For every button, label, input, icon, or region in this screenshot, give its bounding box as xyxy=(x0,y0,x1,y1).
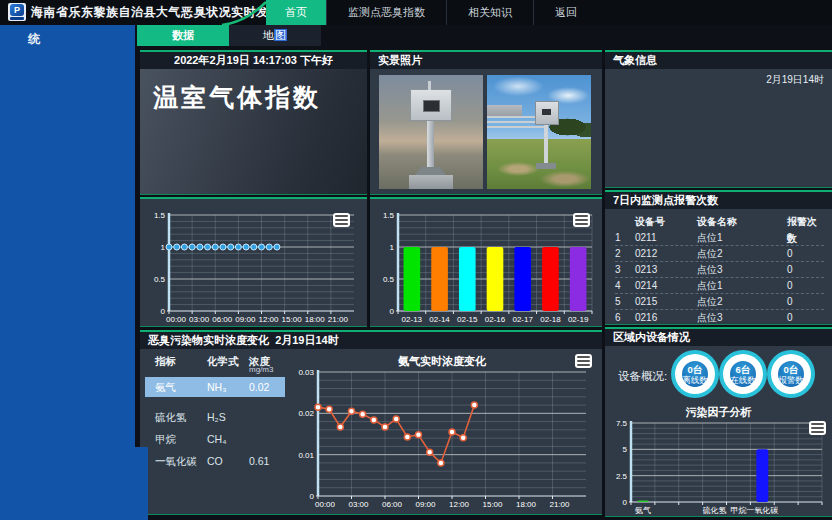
svg-text:12:00: 12:00 xyxy=(258,315,279,324)
panel-daily-index-chart: 00.511.502-1302-1402-1502-1602-1702-1802… xyxy=(370,197,602,327)
pollution-factor-bar-chart: 02.557.5氨气硫化氢甲烷一氧化碳 xyxy=(609,419,828,515)
swoosh-decoration xyxy=(220,0,268,29)
photo1-station-antenna xyxy=(428,81,431,90)
svg-text:硫化氢: 硫化氢 xyxy=(703,506,727,515)
svg-text:15:00: 15:00 xyxy=(482,500,503,509)
chart-menu-icon[interactable] xyxy=(333,213,350,227)
panel-device-trend-chart: 00.511.500:0003:0006:0009:0012:0015:0018… xyxy=(140,197,367,327)
photo2-station-screen xyxy=(542,109,551,115)
svg-text:12:00: 12:00 xyxy=(449,500,470,509)
alarm-table-row: 50215点位20 xyxy=(615,294,824,310)
svg-text:0.02: 0.02 xyxy=(298,409,314,418)
svg-text:甲烷: 甲烷 xyxy=(730,506,746,515)
svg-text:02-18: 02-18 xyxy=(540,315,561,324)
odor-row-0: 氨气NH₃0.02 xyxy=(145,377,285,397)
alarm-table-row: 60216点位30 xyxy=(615,310,824,325)
panel-region-devices: 区域内设备情况 设备概况: 污染因子分析 02.557.5氨气硫化氢甲烷一氧化碳… xyxy=(605,327,832,517)
greenhouse-body: 温室气体指数 xyxy=(140,69,367,194)
svg-text:03:00: 03:00 xyxy=(348,500,369,509)
logo-glyph: P xyxy=(10,4,24,16)
svg-text:0.5: 0.5 xyxy=(383,275,395,284)
svg-text:02-17: 02-17 xyxy=(512,315,533,324)
device-trend-chart: 00.511.500:0003:0006:0009:0012:0015:0018… xyxy=(143,209,364,326)
panel-alarm-counts: 7日内监测点报警次数 设备号设备名称报警次数10211点位1020212点位20… xyxy=(605,190,832,325)
left-blue-background: 统 xyxy=(0,25,135,520)
svg-text:一氧化碳: 一氧化碳 xyxy=(746,506,778,515)
app-logo: P xyxy=(8,3,26,21)
chart-menu-icon[interactable] xyxy=(809,421,826,435)
svg-text:1.5: 1.5 xyxy=(383,211,395,220)
svg-text:02-13: 02-13 xyxy=(402,315,423,324)
svg-text:0.01: 0.01 xyxy=(298,451,314,460)
svg-text:02-15: 02-15 xyxy=(457,315,478,324)
photo1-station-cabinet xyxy=(410,89,452,121)
site-photo-sunset xyxy=(379,75,483,189)
map-tab-selected-char: 图 xyxy=(274,29,287,41)
weather-panel-title: 气象信息 xyxy=(605,52,832,69)
svg-text:21:00: 21:00 xyxy=(549,500,570,509)
svg-text:1: 1 xyxy=(161,243,166,252)
site-photo-field xyxy=(487,75,591,189)
stat-circle-0: 0台离线数 xyxy=(671,350,719,398)
blue-corner-notch xyxy=(135,447,148,520)
datetime-header: 2022年2月19日 14:17:03 下午好 xyxy=(140,52,367,69)
tab-data[interactable]: 数据 xyxy=(137,25,229,46)
alarm-table-row: 10211点位10 xyxy=(615,230,824,246)
svg-text:1: 1 xyxy=(390,243,395,252)
photos-panel-title: 实景照片 xyxy=(370,52,602,69)
unit-label: mg/m3 xyxy=(249,365,273,374)
svg-text:0.5: 0.5 xyxy=(154,275,166,284)
photo2-station-pole xyxy=(544,121,548,165)
alarm-table-row: 40214点位10 xyxy=(615,278,824,294)
svg-text:0: 0 xyxy=(623,498,628,507)
ammonia-line-chart: 氨气实时浓度变化 00.010.020.0300:0003:0006:0009:… xyxy=(288,354,596,512)
svg-text:15:00: 15:00 xyxy=(282,315,303,324)
svg-text:03:00: 03:00 xyxy=(189,315,210,324)
svg-text:21:00: 21:00 xyxy=(328,315,349,324)
svg-text:0: 0 xyxy=(161,307,166,316)
svg-text:2.5: 2.5 xyxy=(616,472,628,481)
svg-text:5: 5 xyxy=(623,445,628,454)
photo1-station-pedestal xyxy=(409,175,453,189)
panel-greenhouse-index: 2022年2月19日 14:17:03 下午好 温室气体指数 xyxy=(140,50,367,195)
photo2-station-cabinet xyxy=(535,101,559,125)
ammonia-chart-title: 氨气实时浓度变化 xyxy=(288,354,596,369)
nav-item-2[interactable]: 相关知识 xyxy=(446,0,533,25)
svg-text:1.5: 1.5 xyxy=(154,211,166,220)
svg-text:02-16: 02-16 xyxy=(485,315,506,324)
nav-item-1[interactable]: 监测点恶臭指数 xyxy=(326,0,446,25)
svg-text:0: 0 xyxy=(310,492,315,501)
svg-text:06:00: 06:00 xyxy=(212,315,233,324)
svg-text:7.5: 7.5 xyxy=(616,419,628,428)
panel-site-photos: 实景照片 xyxy=(370,50,602,195)
panel-weather-info: 气象信息 2月19日14时 xyxy=(605,50,832,188)
odor-row-1: 硫化氢H₂S xyxy=(145,407,285,427)
odor-row-2: 甲烷CH₄ xyxy=(145,429,285,449)
alarm-table-row: 30213点位30 xyxy=(615,262,824,278)
svg-text:02-14: 02-14 xyxy=(429,315,450,324)
greenhouse-headline: 温室气体指数 xyxy=(153,81,321,114)
nav-item-0[interactable]: 首页 xyxy=(266,0,326,25)
nav-item-3[interactable]: 返回 xyxy=(533,0,598,25)
dashboard-content: 数据 地图 2022年2月19日 14:17:03 下午好 温室气体指数 实景照… xyxy=(135,25,832,520)
daily-index-bar-chart: 00.511.502-1302-1402-1502-1602-1702-1802… xyxy=(372,209,600,326)
svg-text:09:00: 09:00 xyxy=(415,500,436,509)
svg-text:09:00: 09:00 xyxy=(235,315,256,324)
odor-panel-title: 恶臭污染物实时浓度变化 2月19日14时 xyxy=(140,332,602,349)
alarm-table-row: 20212点位20 xyxy=(615,246,824,262)
device-overview-label: 设备概况: xyxy=(618,369,667,384)
odor-concentration-table: 指标化学式浓度mg/m3氨气NH₃0.02硫化氢H₂S甲烷CH₄一氧化碳CO0.… xyxy=(145,351,285,511)
panel-odor-realtime: 恶臭污染物实时浓度变化 2月19日14时 指标化学式浓度mg/m3氨气NH₃0.… xyxy=(140,330,602,515)
svg-text:06:00: 06:00 xyxy=(382,500,403,509)
odor-panel-time: 2月19日14时 xyxy=(275,334,339,346)
svg-text:00:00: 00:00 xyxy=(315,500,336,509)
svg-text:02-19: 02-19 xyxy=(568,315,589,324)
chart-menu-icon[interactable] xyxy=(575,354,592,368)
odor-row-3: 一氧化碳CO0.61 xyxy=(145,451,285,471)
svg-text:18:00: 18:00 xyxy=(516,500,537,509)
chart-menu-icon[interactable] xyxy=(573,213,590,227)
svg-text:0.03: 0.03 xyxy=(298,368,314,377)
svg-text:氨气: 氨气 xyxy=(635,506,651,515)
main-nav: 首页监测点恶臭指数相关知识返回 xyxy=(266,0,598,25)
svg-text:0: 0 xyxy=(390,307,395,316)
